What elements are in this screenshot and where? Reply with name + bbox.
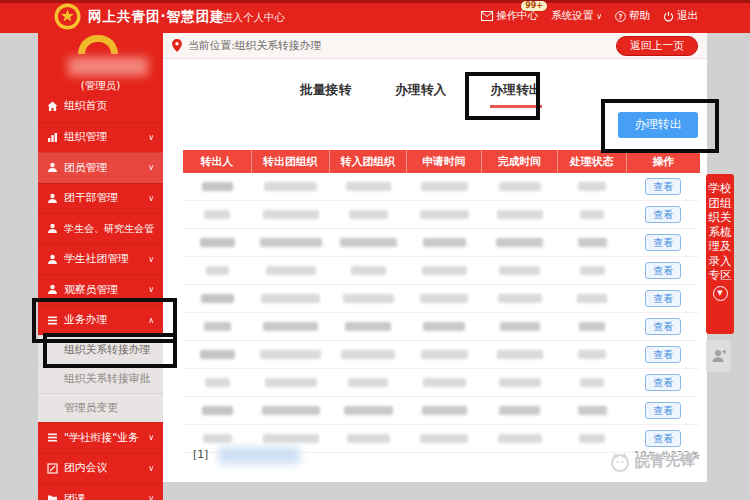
customer-service-button[interactable] — [706, 340, 731, 372]
tabs: 批量接转 办理转入 办理转出 — [300, 82, 542, 108]
transfer-table: 转出人转出团组织转入团组织申请时间完成时间处理状态操作 查看查看查看查看查看查看… — [183, 150, 700, 453]
table-row: 查看 — [183, 173, 700, 201]
help-menu-item[interactable]: ? 帮助 — [615, 9, 650, 23]
redacted-cell — [482, 201, 558, 228]
transfer-out-button[interactable]: 办理转出 — [618, 112, 698, 138]
school-org-entry-banner[interactable]: 学校团组织关系梳理及录入专区 ▼ — [706, 174, 734, 334]
redacted-cell — [330, 313, 407, 340]
table-row: 查看 — [183, 201, 700, 229]
submenu-item-admin-change[interactable]: 管理员变更 — [38, 393, 163, 422]
table-row: 查看 — [183, 341, 700, 369]
back-button[interactable]: 返回上一页 — [616, 36, 698, 56]
redacted-cell — [482, 341, 558, 368]
tab-batch-transfer[interactable]: 批量接转 — [300, 82, 351, 108]
sidebar-item-league-class[interactable]: 团课 ∨ — [38, 483, 163, 500]
redacted-cell — [558, 313, 627, 340]
sidebar-item-xueshe-business[interactable]: "学社衔接"业务 ∨ — [38, 422, 163, 453]
redacted-cell — [558, 229, 627, 256]
chevron-down-icon: ∨ — [148, 163, 154, 172]
redacted-cell — [407, 313, 482, 340]
table-row: 查看 — [183, 229, 700, 257]
header-accent-strip — [0, 0, 750, 3]
redacted-cell — [252, 369, 330, 396]
redacted-cell — [330, 257, 407, 284]
sidebar: (管理员) 组织首页 组织管理 ∨ 团员管理 ∨ 团干部管理 ∨ — [38, 33, 163, 500]
operation-cell: 查看 — [627, 173, 700, 200]
chevron-down-icon: ∨ — [148, 494, 154, 500]
view-button[interactable]: 查看 — [645, 262, 681, 279]
redacted-cell — [558, 341, 627, 368]
redacted-cell — [183, 229, 252, 256]
redacted-cell — [330, 173, 407, 200]
redacted-cell — [183, 313, 252, 340]
table-header-cell: 操作 — [627, 150, 700, 173]
view-button[interactable]: 查看 — [645, 290, 681, 307]
sidebar-item-student-club-management[interactable]: 学生社团管理 ∨ — [38, 244, 163, 275]
system-settings-menu-item[interactable]: 系统设置 ∨ — [551, 9, 602, 23]
sidebar-item-observer-management[interactable]: 观察员管理 ∨ — [38, 274, 163, 305]
chevron-down-icon: ∨ — [148, 464, 154, 473]
topbar-menu: 操作中心 99+ 系统设置 ∨ ? 帮助 退出 — [481, 9, 698, 23]
view-button[interactable]: 查看 — [645, 402, 681, 419]
ops-center-label: 操作中心 — [496, 9, 538, 23]
chevron-down-icon: ∨ — [148, 433, 154, 442]
redacted-cell — [558, 201, 627, 228]
operation-cell: 查看 — [627, 313, 700, 340]
sidebar-item-org-management[interactable]: 组织管理 ∨ — [38, 122, 163, 153]
main-panel: 当前位置:组织关系转接办理 返回上一页 批量接转 办理转入 办理转出 办理转出 … — [163, 33, 707, 482]
redacted-cell — [407, 229, 482, 256]
chevron-down-icon: ∨ — [148, 194, 154, 203]
operation-cell: 查看 — [627, 285, 700, 312]
sidebar-item-cadre-management[interactable]: 团干部管理 ∨ — [38, 183, 163, 214]
submenu-item-org-relation-transfer-approval[interactable]: 组织关系转接审批 — [38, 364, 163, 393]
chevron-down-icon: ∨ — [148, 285, 154, 294]
top-header-bar: 网上共青团·智慧团建 进入个人中心 操作中心 99+ 系统设置 ∨ ? 帮助 退… — [0, 0, 750, 33]
sidebar-item-student-union-management[interactable]: 学生会、研究生会管理 — [38, 213, 163, 244]
sidebar-item-org-home[interactable]: 组织首页 — [38, 91, 163, 122]
ops-center-menu-item[interactable]: 操作中心 99+ — [481, 9, 538, 23]
tab-transfer-out[interactable]: 办理转出 — [490, 82, 541, 108]
redacted-cell — [407, 173, 482, 200]
submenu-item-org-relation-transfer[interactable]: 组织关系转接办理 — [38, 335, 163, 364]
view-button[interactable]: 查看 — [645, 346, 681, 363]
sidebar-item-member-management[interactable]: 团员管理 ∨ — [38, 152, 163, 183]
cadre-icon — [47, 193, 58, 204]
view-button[interactable]: 查看 — [645, 178, 681, 195]
member-icon — [47, 162, 58, 173]
table-row: 查看 — [183, 285, 700, 313]
help-label: 帮助 — [629, 9, 650, 23]
redacted-cell — [330, 397, 407, 424]
list-lines-icon — [47, 315, 58, 326]
redacted-cell — [482, 285, 558, 312]
sidebar-item-league-meeting[interactable]: 团内会议 ∨ — [38, 453, 163, 484]
home-icon — [47, 101, 58, 112]
student-union-icon — [47, 223, 58, 234]
table-row: 查看 — [183, 257, 700, 285]
redacted-cell — [252, 201, 330, 228]
watermark: 皖青先锋 — [608, 447, 696, 474]
redacted-cell — [482, 397, 558, 424]
list-lines-icon — [47, 432, 58, 443]
folder-icon — [47, 493, 58, 500]
tab-transfer-in[interactable]: 办理转入 — [395, 82, 446, 108]
redacted-cell — [183, 369, 252, 396]
operation-cell: 查看 — [627, 229, 700, 256]
enter-personal-center-link[interactable]: 进入个人中心 — [222, 11, 285, 25]
logout-label: 退出 — [677, 9, 698, 23]
redacted-cell — [252, 341, 330, 368]
redacted-cell — [252, 397, 330, 424]
club-icon — [47, 254, 58, 265]
banner-text: 学校团组织关系梳理及录入专区 — [709, 181, 732, 282]
view-button[interactable]: 查看 — [645, 234, 681, 251]
view-button[interactable]: 查看 — [645, 374, 681, 391]
table-header-cell: 完成时间 — [482, 150, 558, 173]
operation-cell: 查看 — [627, 397, 700, 424]
breadcrumb-label: 当前位置:组织关系转接办理 — [188, 39, 321, 53]
view-button[interactable]: 查看 — [645, 206, 681, 223]
view-button[interactable]: 查看 — [645, 318, 681, 335]
redacted-pagination-info — [218, 447, 300, 464]
logout-menu-item[interactable]: 退出 — [663, 9, 698, 23]
page-number[interactable]: [1] — [193, 448, 208, 461]
sidebar-item-business-handling[interactable]: 业务办理 ∧ — [38, 305, 163, 336]
redacted-cell — [558, 173, 627, 200]
